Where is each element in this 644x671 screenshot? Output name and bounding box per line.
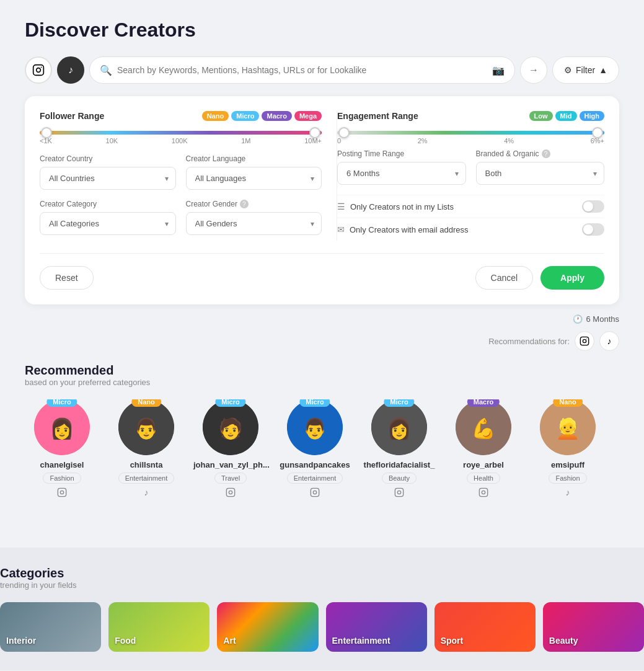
category-card-beauty[interactable]: Beauty <box>543 602 644 652</box>
category-label-sport: Sport <box>441 636 464 646</box>
recommended-title: Recommended <box>25 363 619 378</box>
creator-category-wrapper[interactable]: All Categories <box>40 212 176 235</box>
apply-button[interactable]: Apply <box>540 266 604 290</box>
creator-language-group: Creator Language All Languages <box>186 154 322 190</box>
creator-country-wrapper[interactable]: All Countries <box>40 167 176 190</box>
creator-country-label: Creator Country <box>40 154 176 163</box>
svg-text:👩: 👩 <box>50 417 74 440</box>
creator-name-1: chillsnta <box>109 460 183 469</box>
category-label-entertainment: Entertainment <box>332 636 390 646</box>
filter-grid: Follower Range Nano Micro Macro Mega <1K <box>40 111 604 241</box>
engagement-slider-thumb-right[interactable] <box>592 127 603 138</box>
gender-help-icon[interactable]: ? <box>240 200 249 208</box>
creator-avatar-1: 👨 <box>118 399 174 455</box>
creator-category-label: Creator Category <box>40 200 176 208</box>
follower-range-header: Follower Range Nano Micro Macro Mega <box>40 111 322 121</box>
svg-rect-14 <box>226 488 234 496</box>
svg-rect-18 <box>311 488 319 496</box>
not-in-lists-toggle[interactable] <box>582 200 604 213</box>
creator-category-2: Travel <box>214 473 247 484</box>
creator-card-4[interactable]: Micro 👩 thefloridafacialist_ Beauty <box>362 399 436 499</box>
svg-point-5 <box>586 339 587 339</box>
instagram-platform-btn[interactable] <box>25 56 52 84</box>
svg-text:💪: 💪 <box>471 417 496 440</box>
creator-avatar-2: 🧑 <box>203 399 258 455</box>
category-bg-beauty: Beauty <box>543 602 644 652</box>
follower-slider-thumb-left[interactable] <box>41 127 52 138</box>
svg-point-19 <box>313 491 316 494</box>
creator-tier-badge-5: Macro <box>467 399 500 407</box>
creator-gender-select[interactable]: All Genders <box>186 212 322 235</box>
rec-tiktok-btn[interactable]: ♪ <box>599 331 619 351</box>
posting-time-select[interactable]: 6 Months <box>337 162 466 185</box>
svg-point-1 <box>37 68 41 73</box>
branded-organic-label: Branded & Organic ? <box>476 149 605 158</box>
svg-rect-22 <box>395 488 403 496</box>
tiktok-platform-btn[interactable]: ♪ <box>57 56 84 84</box>
engagement-range-header: Engagement Range Low Mid High <box>337 111 604 121</box>
category-bg-sport: Sport <box>434 602 536 652</box>
category-card-interior[interactable]: Interior <box>0 602 101 652</box>
creator-platform-5 <box>446 487 521 499</box>
engagement-slider[interactable]: 0 2% 4% 6%+ <box>337 131 604 144</box>
reset-button[interactable]: Reset <box>40 266 94 290</box>
recommended-section: Recommended based on your preferred cate… <box>25 363 619 504</box>
creator-language-wrapper[interactable]: All Languages <box>186 167 322 190</box>
branded-help-icon[interactable]: ? <box>542 149 550 158</box>
creators-row: Micro 👩 chanelgisel Fashion Nano 👨 <box>25 399 619 504</box>
category-card-entertainment[interactable]: Entertainment <box>326 602 427 652</box>
follower-slider[interactable]: <1K 10K 100K 1M 10M+ <box>40 131 322 144</box>
creator-language-select[interactable]: All Languages <box>186 167 322 190</box>
search-input[interactable] <box>117 65 487 75</box>
creator-avatar-wrap-3: Micro 👨 <box>287 399 343 455</box>
cancel-button[interactable]: Cancel <box>475 266 534 290</box>
svg-rect-0 <box>33 65 44 76</box>
macro-badge: Macro <box>262 111 291 121</box>
posting-time-label: Posting Time Range <box>337 149 466 158</box>
rec-instagram-btn[interactable] <box>575 331 594 351</box>
follower-slider-thumb-right[interactable] <box>309 127 320 138</box>
svg-rect-8 <box>58 488 66 496</box>
branded-organic-select[interactable]: Both <box>476 162 605 185</box>
chevron-up-icon: ▲ <box>599 65 607 75</box>
category-bg-art: Art <box>217 602 318 652</box>
creator-card-6[interactable]: Nano 👱 emsipuff Fashion ♪ <box>531 399 605 499</box>
creator-country-select[interactable]: All Countries <box>40 167 176 190</box>
email-address-toggle[interactable] <box>582 223 604 236</box>
engagement-slider-thumb-left[interactable] <box>338 127 350 138</box>
search-submit-button[interactable]: → <box>520 56 547 84</box>
creator-avatar-wrap-4: Micro 👩 <box>371 399 427 455</box>
posting-time-group: Posting Time Range 6 Months <box>337 149 466 185</box>
creator-card-5[interactable]: Macro 💪 roye_arbel Health <box>446 399 521 499</box>
creator-avatar-wrap-1: Nano 👨 <box>118 399 174 455</box>
category-bg-entertainment: Entertainment <box>326 602 427 652</box>
category-card-food[interactable]: Food <box>108 602 210 652</box>
svg-point-23 <box>397 491 400 494</box>
creator-name-5: roye_arbel <box>446 460 521 469</box>
creator-card-3[interactable]: Micro 👨 gunsandpancakes Entertainment <box>278 399 352 499</box>
email-address-label: ✉ Only Creators with email address <box>337 224 468 234</box>
creator-tier-badge-3: Micro <box>299 399 330 407</box>
creator-tier-badge-1: Nano <box>131 399 161 407</box>
engagement-badges: Low Mid High <box>529 111 604 121</box>
category-card-art[interactable]: Art <box>217 602 318 652</box>
creator-category-5: Health <box>467 473 500 484</box>
category-card-sport[interactable]: Sport <box>434 602 536 652</box>
filter-button[interactable]: ⚙ Filter ▲ <box>552 56 619 84</box>
creator-card-2[interactable]: Micro 🧑 johan_van_zyl_ph... Travel <box>193 399 268 499</box>
creator-card-1[interactable]: Nano 👨 chillsnta Entertainment ♪ <box>109 399 183 499</box>
category-bg-food: Food <box>108 602 210 652</box>
svg-text:👨: 👨 <box>302 417 327 440</box>
creator-gender-wrapper[interactable]: All Genders <box>186 212 322 235</box>
not-in-lists-toggle-row: ☰ Only Creators not in my Lists <box>337 195 604 218</box>
creator-category-select[interactable]: All Categories <box>40 212 176 235</box>
high-badge: High <box>580 111 604 121</box>
creator-avatar-wrap-2: Micro 🧑 <box>203 399 258 455</box>
category-label-beauty: Beauty <box>549 636 578 646</box>
creator-card-0[interactable]: Micro 👩 chanelgisel Fashion <box>25 399 99 499</box>
creator-category-group: Creator Category All Categories <box>40 200 176 235</box>
creator-category-6: Fashion <box>549 473 586 484</box>
branded-organic-wrapper[interactable]: Both <box>476 162 605 185</box>
camera-icon[interactable]: 📷 <box>492 64 505 76</box>
posting-time-wrapper[interactable]: 6 Months <box>337 162 466 185</box>
